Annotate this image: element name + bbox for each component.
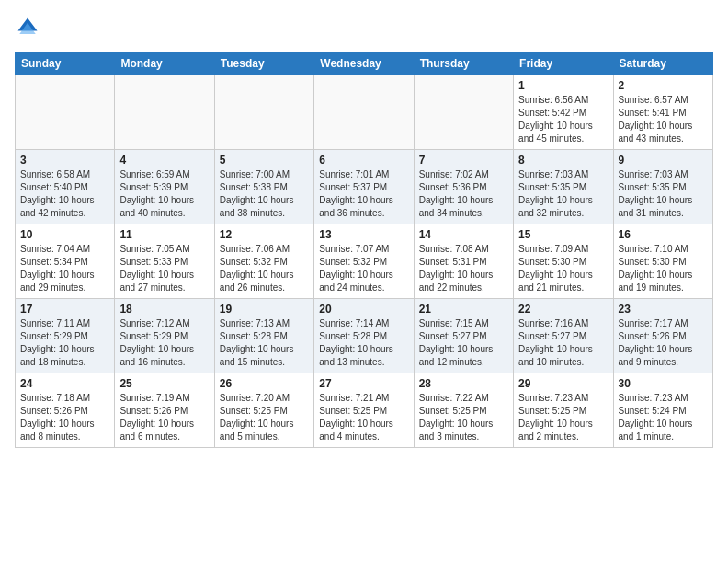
table-row: 9Sunrise: 7:03 AM Sunset: 5:35 PM Daylig… xyxy=(613,150,712,224)
day-info: Sunrise: 7:04 AM Sunset: 5:34 PM Dayligh… xyxy=(20,243,109,294)
day-number: 23 xyxy=(619,303,708,316)
day-number: 30 xyxy=(619,377,708,390)
table-row: 4Sunrise: 6:59 AM Sunset: 5:39 PM Daylig… xyxy=(115,150,214,224)
table-row: 13Sunrise: 7:07 AM Sunset: 5:32 PM Dayli… xyxy=(314,224,414,299)
day-number: 25 xyxy=(119,377,209,390)
table-row: 12Sunrise: 7:06 AM Sunset: 5:32 PM Dayli… xyxy=(214,224,313,299)
weekday-header: Monday xyxy=(115,52,214,75)
day-info: Sunrise: 7:08 AM Sunset: 5:31 PM Dayligh… xyxy=(419,243,508,294)
table-row: 25Sunrise: 7:19 AM Sunset: 5:26 PM Dayli… xyxy=(115,373,214,448)
table-row: 10Sunrise: 7:04 AM Sunset: 5:34 PM Dayli… xyxy=(16,224,115,299)
day-number: 22 xyxy=(518,303,608,316)
day-number: 10 xyxy=(20,228,109,241)
day-number: 21 xyxy=(419,303,508,316)
day-info: Sunrise: 7:11 AM Sunset: 5:29 PM Dayligh… xyxy=(20,317,109,369)
calendar: SundayMondayTuesdayWednesdayThursdayFrid… xyxy=(15,52,713,448)
table-row xyxy=(214,75,313,150)
table-row: 28Sunrise: 7:22 AM Sunset: 5:25 PM Dayli… xyxy=(414,373,513,448)
table-row: 17Sunrise: 7:11 AM Sunset: 5:29 PM Dayli… xyxy=(16,299,115,373)
day-info: Sunrise: 7:03 AM Sunset: 5:35 PM Dayligh… xyxy=(518,168,608,220)
table-row: 19Sunrise: 7:13 AM Sunset: 5:28 PM Dayli… xyxy=(214,299,313,373)
day-info: Sunrise: 7:10 AM Sunset: 5:30 PM Dayligh… xyxy=(619,243,708,294)
day-number: 17 xyxy=(20,303,109,316)
day-number: 14 xyxy=(419,228,508,241)
day-number: 15 xyxy=(518,228,608,241)
day-number: 28 xyxy=(419,377,508,390)
table-row: 8Sunrise: 7:03 AM Sunset: 5:35 PM Daylig… xyxy=(514,150,613,224)
table-row: 24Sunrise: 7:18 AM Sunset: 5:26 PM Dayli… xyxy=(16,373,115,448)
table-row: 3Sunrise: 6:58 AM Sunset: 5:40 PM Daylig… xyxy=(16,150,115,224)
day-info: Sunrise: 7:13 AM Sunset: 5:28 PM Dayligh… xyxy=(220,317,309,369)
table-row: 6Sunrise: 7:01 AM Sunset: 5:37 PM Daylig… xyxy=(314,150,414,224)
table-row: 20Sunrise: 7:14 AM Sunset: 5:28 PM Dayli… xyxy=(314,299,414,373)
day-info: Sunrise: 7:07 AM Sunset: 5:32 PM Dayligh… xyxy=(319,243,408,294)
day-number: 9 xyxy=(619,154,708,167)
day-info: Sunrise: 6:56 AM Sunset: 5:42 PM Dayligh… xyxy=(518,94,608,145)
day-info: Sunrise: 7:18 AM Sunset: 5:26 PM Dayligh… xyxy=(20,392,109,443)
table-row: 30Sunrise: 7:23 AM Sunset: 5:24 PM Dayli… xyxy=(613,373,712,448)
logo xyxy=(15,15,44,40)
weekday-header: Friday xyxy=(514,52,613,75)
day-info: Sunrise: 7:16 AM Sunset: 5:27 PM Dayligh… xyxy=(518,317,608,369)
page-header xyxy=(15,15,713,40)
day-info: Sunrise: 7:21 AM Sunset: 5:25 PM Dayligh… xyxy=(319,392,408,443)
day-number: 18 xyxy=(119,303,209,316)
table-row: 7Sunrise: 7:02 AM Sunset: 5:36 PM Daylig… xyxy=(414,150,513,224)
day-number: 20 xyxy=(319,303,408,316)
day-info: Sunrise: 7:03 AM Sunset: 5:35 PM Dayligh… xyxy=(619,168,708,220)
table-row: 22Sunrise: 7:16 AM Sunset: 5:27 PM Dayli… xyxy=(514,299,613,373)
calendar-week-row: 1Sunrise: 6:56 AM Sunset: 5:42 PM Daylig… xyxy=(16,75,713,150)
day-info: Sunrise: 6:58 AM Sunset: 5:40 PM Dayligh… xyxy=(20,168,109,220)
day-number: 24 xyxy=(20,377,109,390)
day-info: Sunrise: 7:20 AM Sunset: 5:25 PM Dayligh… xyxy=(220,392,309,443)
day-info: Sunrise: 6:59 AM Sunset: 5:39 PM Dayligh… xyxy=(119,168,209,220)
table-row: 26Sunrise: 7:20 AM Sunset: 5:25 PM Dayli… xyxy=(214,373,313,448)
day-number: 19 xyxy=(220,303,309,316)
day-number: 7 xyxy=(419,154,508,167)
day-number: 4 xyxy=(119,154,209,167)
weekday-header: Sunday xyxy=(16,52,115,75)
table-row: 14Sunrise: 7:08 AM Sunset: 5:31 PM Dayli… xyxy=(414,224,513,299)
day-info: Sunrise: 7:19 AM Sunset: 5:26 PM Dayligh… xyxy=(119,392,209,443)
day-info: Sunrise: 7:12 AM Sunset: 5:29 PM Dayligh… xyxy=(119,317,209,369)
day-number: 1 xyxy=(518,79,608,92)
day-info: Sunrise: 7:01 AM Sunset: 5:37 PM Dayligh… xyxy=(319,168,408,220)
table-row: 11Sunrise: 7:05 AM Sunset: 5:33 PM Dayli… xyxy=(115,224,214,299)
weekday-header: Wednesday xyxy=(314,52,414,75)
day-info: Sunrise: 7:15 AM Sunset: 5:27 PM Dayligh… xyxy=(419,317,508,369)
day-number: 29 xyxy=(518,377,608,390)
table-row xyxy=(314,75,414,150)
day-number: 8 xyxy=(518,154,608,167)
day-number: 13 xyxy=(319,228,408,241)
calendar-week-row: 17Sunrise: 7:11 AM Sunset: 5:29 PM Dayli… xyxy=(16,299,713,373)
day-number: 11 xyxy=(119,228,209,241)
table-row: 29Sunrise: 7:23 AM Sunset: 5:25 PM Dayli… xyxy=(514,373,613,448)
day-info: Sunrise: 6:57 AM Sunset: 5:41 PM Dayligh… xyxy=(619,94,708,145)
calendar-week-row: 10Sunrise: 7:04 AM Sunset: 5:34 PM Dayli… xyxy=(16,224,713,299)
table-row xyxy=(115,75,214,150)
day-info: Sunrise: 7:09 AM Sunset: 5:30 PM Dayligh… xyxy=(518,243,608,294)
day-info: Sunrise: 7:23 AM Sunset: 5:25 PM Dayligh… xyxy=(518,392,608,443)
day-info: Sunrise: 7:14 AM Sunset: 5:28 PM Dayligh… xyxy=(319,317,408,369)
day-number: 16 xyxy=(619,228,708,241)
calendar-week-row: 24Sunrise: 7:18 AM Sunset: 5:26 PM Dayli… xyxy=(16,373,713,448)
day-number: 12 xyxy=(220,228,309,241)
calendar-header-row: SundayMondayTuesdayWednesdayThursdayFrid… xyxy=(16,52,713,75)
table-row: 15Sunrise: 7:09 AM Sunset: 5:30 PM Dayli… xyxy=(514,224,613,299)
table-row: 27Sunrise: 7:21 AM Sunset: 5:25 PM Dayli… xyxy=(314,373,414,448)
weekday-header: Thursday xyxy=(414,52,513,75)
table-row: 18Sunrise: 7:12 AM Sunset: 5:29 PM Dayli… xyxy=(115,299,214,373)
table-row xyxy=(414,75,513,150)
table-row: 21Sunrise: 7:15 AM Sunset: 5:27 PM Dayli… xyxy=(414,299,513,373)
weekday-header: Saturday xyxy=(613,52,712,75)
table-row: 2Sunrise: 6:57 AM Sunset: 5:41 PM Daylig… xyxy=(613,75,712,150)
table-row: 5Sunrise: 7:00 AM Sunset: 5:38 PM Daylig… xyxy=(214,150,313,224)
day-info: Sunrise: 7:17 AM Sunset: 5:26 PM Dayligh… xyxy=(619,317,708,369)
table-row xyxy=(16,75,115,150)
calendar-week-row: 3Sunrise: 6:58 AM Sunset: 5:40 PM Daylig… xyxy=(16,150,713,224)
day-info: Sunrise: 7:00 AM Sunset: 5:38 PM Dayligh… xyxy=(220,168,309,220)
day-info: Sunrise: 7:06 AM Sunset: 5:32 PM Dayligh… xyxy=(220,243,309,294)
day-number: 6 xyxy=(319,154,408,167)
table-row: 16Sunrise: 7:10 AM Sunset: 5:30 PM Dayli… xyxy=(613,224,712,299)
day-info: Sunrise: 7:02 AM Sunset: 5:36 PM Dayligh… xyxy=(419,168,508,220)
